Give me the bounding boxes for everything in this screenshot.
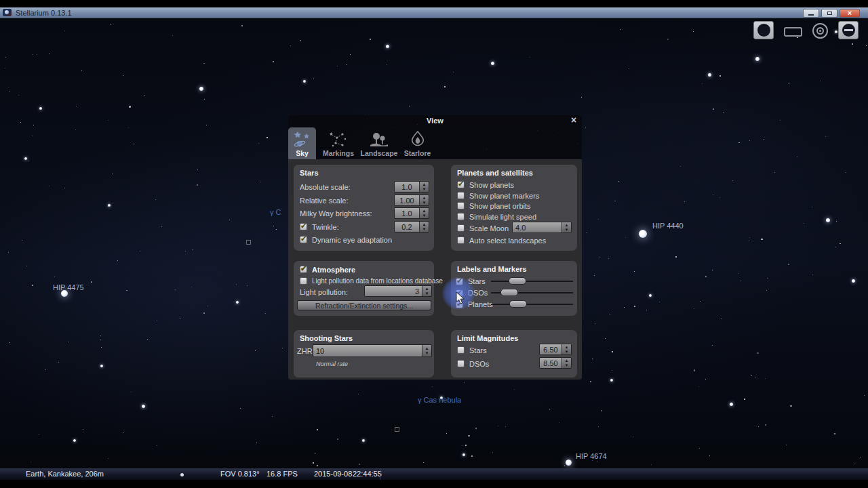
star — [26, 266, 26, 266]
limit-dsos-checkbox[interactable] — [457, 360, 465, 367]
spin-up-icon[interactable]: ▲ — [422, 209, 427, 214]
dynamic-eye-adaptation-checkbox[interactable] — [300, 236, 307, 243]
spin-up-icon[interactable]: ▲ — [422, 196, 427, 201]
target-icon[interactable] — [812, 23, 828, 39]
spin-arrows[interactable]: ▲▼ — [419, 182, 429, 192]
date-text[interactable]: 2015-09-08 — [314, 470, 352, 478]
spin-up-icon[interactable]: ▲ — [565, 223, 569, 228]
spin-value[interactable]: 10 — [313, 345, 422, 357]
window-titlebar[interactable]: Stellarium 0.13.1 × — [0, 7, 868, 18]
spin-down-icon[interactable]: ▼ — [565, 228, 569, 232]
star — [20, 122, 21, 123]
refraction-extinction-settings-button[interactable]: Refraction/Extinction settings... — [297, 300, 431, 310]
time-text[interactable]: 22:44:55 — [353, 470, 382, 478]
spin-arrows[interactable]: ▲▼ — [419, 222, 429, 232]
star — [100, 340, 101, 340]
star — [559, 422, 559, 423]
star — [549, 409, 550, 410]
spin-up-icon[interactable]: ▲ — [425, 287, 429, 291]
circle-capture-button[interactable] — [753, 21, 774, 39]
star — [101, 347, 102, 348]
spin-down-icon[interactable]: ▼ — [565, 350, 569, 354]
spin-down-icon[interactable]: ▼ — [565, 363, 569, 368]
spin-value[interactable]: 3 — [365, 286, 422, 296]
tab-label: Starlore — [404, 149, 431, 157]
view-dialog: View × Sky — [288, 115, 582, 380]
star — [22, 240, 22, 241]
spin-down-icon[interactable]: ▼ — [422, 201, 427, 205]
star — [585, 127, 586, 127]
star — [864, 395, 865, 396]
spin-up-icon[interactable]: ▲ — [422, 182, 427, 187]
spin-value[interactable]: 4.0 — [513, 222, 561, 232]
dialog-close-button[interactable]: × — [569, 115, 578, 125]
spin-value[interactable]: 1.0 — [395, 208, 419, 218]
star — [740, 281, 741, 281]
spin-up-icon[interactable]: ▲ — [422, 222, 427, 227]
twinkle-checkbox[interactable] — [300, 223, 307, 230]
spin-down-icon[interactable]: ▼ — [422, 187, 427, 192]
minimize-button[interactable] — [803, 9, 819, 18]
star — [9, 342, 9, 343]
star — [765, 424, 766, 426]
bright-star — [730, 403, 733, 406]
slider-handle[interactable] — [500, 289, 518, 296]
slider-handle[interactable] — [509, 300, 527, 308]
star — [241, 25, 243, 26]
spin-down-icon[interactable]: ▼ — [425, 351, 429, 356]
spin-arrows[interactable]: ▲▼ — [561, 222, 571, 232]
spin-arrows[interactable]: ▲▼ — [561, 344, 571, 354]
spin-arrows[interactable]: ▲▼ — [422, 345, 431, 357]
star — [597, 462, 597, 462]
tab-starlore[interactable]: Starlore — [400, 127, 435, 159]
simulate-light-speed-checkbox[interactable] — [457, 213, 465, 220]
dsos-labels-slider[interactable] — [491, 288, 573, 297]
spin-up-icon[interactable]: ▲ — [565, 359, 569, 363]
limit-dsos-label: DSOs — [469, 360, 489, 368]
spin-arrows[interactable]: ▲▼ — [419, 208, 429, 218]
dialog-header[interactable]: View × Sky — [288, 115, 582, 159]
spin-value[interactable]: 8.50 — [540, 358, 561, 368]
spin-value[interactable]: 6.50 — [540, 344, 561, 354]
bright-star — [639, 230, 647, 238]
spin-up-icon[interactable]: ▲ — [425, 346, 429, 351]
planets-labels-slider[interactable] — [491, 300, 573, 308]
tab-landscape[interactable]: Landscape — [358, 127, 400, 159]
auto-select-landscapes-checkbox[interactable] — [457, 237, 465, 244]
restore-icon — [827, 12, 832, 15]
tab-sky[interactable]: Sky — [288, 127, 316, 159]
scale-moon-checkbox[interactable] — [457, 224, 465, 232]
spin-arrows[interactable]: ▲▼ — [419, 195, 429, 205]
star — [39, 434, 39, 435]
light-pollution-db-checkbox[interactable] — [300, 277, 307, 285]
atmosphere-checkbox[interactable] — [300, 266, 307, 273]
screw-adjust-button[interactable] — [838, 21, 859, 39]
close-button[interactable]: × — [840, 9, 860, 18]
spin-down-icon[interactable]: ▼ — [422, 227, 427, 232]
star — [866, 45, 867, 46]
show-planets-checkbox[interactable] — [457, 181, 465, 188]
star — [749, 237, 750, 238]
restore-button[interactable] — [821, 9, 837, 18]
spin-up-icon[interactable]: ▲ — [565, 345, 569, 350]
limit-stars-checkbox[interactable] — [457, 346, 465, 354]
rectangle-capture-icon[interactable] — [784, 27, 802, 37]
star — [738, 142, 740, 144]
spin-value[interactable]: 1.00 — [395, 195, 419, 205]
spin-arrows[interactable]: ▲▼ — [561, 358, 571, 368]
tab-markings[interactable]: Markings — [319, 127, 358, 159]
star — [612, 370, 612, 371]
tab-label: Landscape — [361, 149, 398, 157]
spin-down-icon[interactable]: ▼ — [422, 214, 427, 218]
star — [592, 359, 593, 359]
spin-arrows[interactable]: ▲▼ — [422, 286, 431, 296]
slider-handle[interactable] — [509, 277, 526, 285]
show-planet-markers-checkbox[interactable] — [457, 192, 465, 199]
star — [313, 462, 314, 464]
spin-value[interactable]: 1.0 — [395, 182, 419, 192]
show-planet-orbits-checkbox[interactable] — [457, 202, 465, 209]
stars-labels-slider[interactable] — [491, 277, 573, 285]
spin-value[interactable]: 0.2 — [395, 222, 419, 232]
scale-moon-spinbox: 4.0 ▲▼ — [512, 222, 572, 233]
spin-down-icon[interactable]: ▼ — [425, 291, 429, 296]
